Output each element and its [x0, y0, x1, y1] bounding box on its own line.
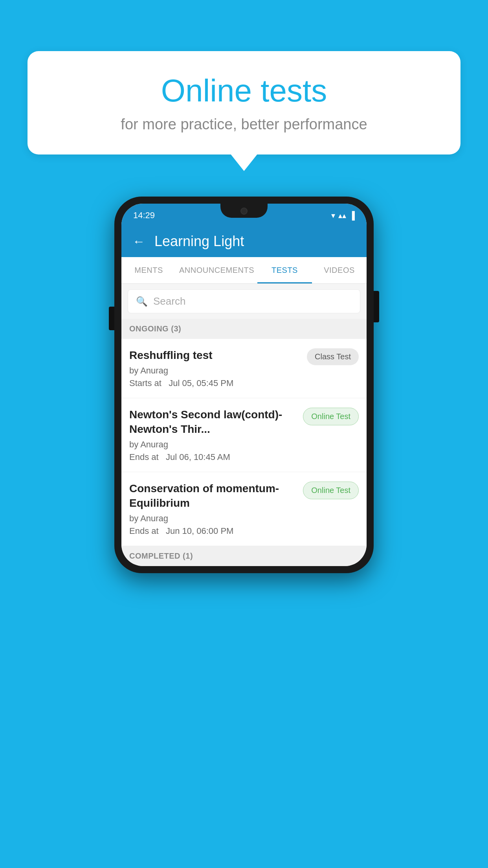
tabs-container: MENTS ANNOUNCEMENTS TESTS VIDEOS	[121, 257, 367, 284]
phone-notch	[220, 204, 268, 218]
search-icon: 🔍	[136, 296, 148, 307]
tab-announcements[interactable]: ANNOUNCEMENTS	[176, 257, 257, 283]
badge-online-test-2: Online Test	[303, 408, 359, 425]
phone-outer: 14:29 ▾ ▴▴ ▐ ← Learning Light MENTS ANNO…	[114, 197, 374, 573]
test-info-2: Newton's Second law(contd)-Newton's Thir…	[129, 408, 303, 462]
test-item-3[interactable]: Conservation of momentum-Equilibrium by …	[121, 472, 367, 546]
test-author-3: by Anurag	[129, 513, 297, 524]
wifi-icon: ▾	[331, 211, 335, 220]
back-button[interactable]: ←	[132, 234, 145, 249]
app-title: Learning Light	[154, 233, 244, 250]
speech-bubble: Online tests for more practice, better p…	[28, 51, 460, 154]
speech-bubble-container: Online tests for more practice, better p…	[28, 51, 460, 154]
test-item-2[interactable]: Newton's Second law(contd)-Newton's Thir…	[121, 398, 367, 472]
app-header: ← Learning Light	[121, 226, 367, 257]
tab-ments[interactable]: MENTS	[121, 257, 176, 283]
search-container: 🔍 Search	[121, 284, 367, 319]
completed-section-header: COMPLETED (1)	[121, 546, 367, 566]
badge-online-test-3: Online Test	[303, 482, 359, 499]
status-icons: ▾ ▴▴ ▐	[331, 211, 355, 220]
ongoing-section-header: ONGOING (3)	[121, 319, 367, 339]
test-info-3: Conservation of momentum-Equilibrium by …	[129, 482, 303, 536]
test-title-3: Conservation of momentum-Equilibrium	[129, 482, 297, 510]
test-time-3: Ends at Jun 10, 06:00 PM	[129, 526, 297, 536]
tab-tests[interactable]: TESTS	[257, 257, 312, 283]
badge-class-test-1: Class Test	[307, 348, 359, 365]
phone-screen: 14:29 ▾ ▴▴ ▐ ← Learning Light MENTS ANNO…	[121, 204, 367, 566]
search-placeholder: Search	[153, 295, 185, 307]
test-title-2: Newton's Second law(contd)-Newton's Thir…	[129, 408, 297, 436]
test-info-1: Reshuffling test by Anurag Starts at Jul…	[129, 348, 307, 388]
bubble-subtitle: for more practice, better performance	[51, 116, 437, 133]
search-bar[interactable]: 🔍 Search	[128, 289, 360, 313]
bubble-title: Online tests	[51, 73, 437, 109]
test-author-1: by Anurag	[129, 366, 301, 376]
battery-icon: ▐	[349, 211, 355, 220]
test-time-2: Ends at Jul 06, 10:45 AM	[129, 452, 297, 462]
test-title-1: Reshuffling test	[129, 348, 301, 362]
status-time: 14:29	[133, 210, 155, 221]
test-author-2: by Anurag	[129, 440, 297, 450]
phone-container: 14:29 ▾ ▴▴ ▐ ← Learning Light MENTS ANNO…	[114, 197, 374, 573]
signal-icon: ▴▴	[338, 211, 346, 220]
test-item-1[interactable]: Reshuffling test by Anurag Starts at Jul…	[121, 339, 367, 398]
test-time-1: Starts at Jul 05, 05:45 PM	[129, 378, 301, 388]
notch-camera	[240, 208, 248, 215]
tab-videos[interactable]: VIDEOS	[312, 257, 367, 283]
